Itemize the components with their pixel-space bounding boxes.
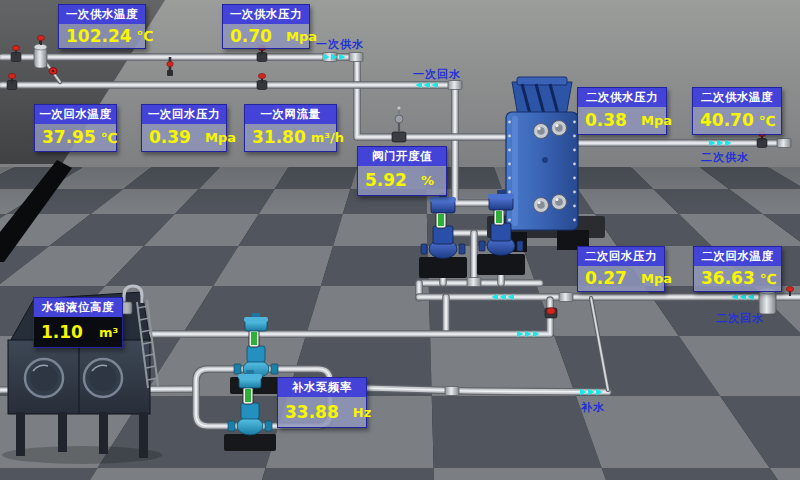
pipe-label-primary-supply: 一次供水 (316, 37, 364, 52)
value-number: 40.70 (700, 112, 754, 129)
value-unit: Mpa (205, 131, 236, 144)
value-number: 0.39 (149, 129, 191, 146)
primary-network-flow-panel: 一次网流量31.80m³/h (244, 104, 337, 152)
primary-supply-temp-panel: 一次供水温度102.24℃ (58, 4, 146, 49)
value-unit: ℃ (759, 114, 776, 128)
panel-value: 0.27Mpa (578, 266, 664, 291)
pipe-label-secondary-return: 二次回水 (716, 311, 764, 326)
value-unit: ℃ (760, 272, 777, 286)
value-number: 33.88 (285, 404, 339, 421)
value-number: 0.70 (230, 28, 272, 45)
panel-value: 33.88Hz (278, 397, 366, 427)
value-unit: % (421, 174, 434, 187)
panel-value: 31.80m³/h (245, 124, 336, 151)
panel-title: 一次供水压力 (223, 5, 309, 24)
panel-value: 36.63℃ (694, 266, 781, 291)
value-number: 102.24 (66, 28, 132, 45)
data-panels-overlay: 一次供水温度102.24℃一次供水压力0.70Mpa一次回水温度37.95℃一次… (0, 0, 800, 480)
value-unit: ℃ (137, 29, 154, 43)
value-number: 1.10 (41, 324, 83, 341)
panel-title: 阀门开度值 (358, 147, 446, 166)
panel-title: 一次回水压力 (142, 105, 226, 124)
value-number: 0.38 (585, 112, 627, 129)
hmi-heat-exchange-station: 一次供水温度102.24℃一次供水压力0.70Mpa一次回水温度37.95℃一次… (0, 0, 800, 480)
panel-title: 一次供水温度 (59, 5, 145, 24)
secondary-return-temp-panel: 二次回水温度36.63℃ (693, 246, 782, 292)
panel-title: 二次供水温度 (693, 88, 781, 107)
panel-value: 5.92% (358, 166, 446, 195)
panel-title: 二次回水压力 (578, 247, 664, 266)
value-number: 37.95 (42, 129, 96, 146)
value-number: 36.63 (701, 270, 755, 287)
panel-value: 40.70℃ (693, 107, 781, 134)
value-unit: m³/h (311, 131, 344, 144)
panel-title: 二次回水温度 (694, 247, 781, 266)
panel-value: 102.24℃ (59, 24, 145, 48)
panel-value: 0.38Mpa (578, 107, 666, 134)
panel-title: 一次网流量 (245, 105, 336, 124)
value-unit: Hz (353, 406, 371, 419)
pipe-label-makeup-water: 补水 (581, 400, 605, 415)
value-unit: Mpa (286, 30, 317, 43)
primary-return-pressure-panel: 一次回水压力0.39Mpa (141, 104, 227, 152)
tank-level-panel: 水箱液位高度1.10m³ (33, 297, 123, 348)
value-unit: m³ (99, 326, 118, 339)
pipe-label-secondary-supply: 二次供水 (701, 150, 749, 165)
makeup-pump-freq-panel: 补水泵频率33.88Hz (277, 377, 367, 428)
value-unit: Mpa (641, 272, 672, 285)
value-number: 0.27 (585, 270, 627, 287)
value-number: 31.80 (252, 129, 306, 146)
pipe-label-primary-return: 一次回水 (413, 67, 461, 82)
panel-title: 二次供水压力 (578, 88, 666, 107)
valve-opening-panel: 阀门开度值5.92% (357, 146, 447, 196)
panel-value: 0.70Mpa (223, 24, 309, 48)
secondary-supply-pressure-panel: 二次供水压力0.38Mpa (577, 87, 667, 135)
primary-supply-pressure-panel: 一次供水压力0.70Mpa (222, 4, 310, 49)
primary-return-temp-panel: 一次回水温度37.95℃ (34, 104, 117, 152)
value-unit: ℃ (101, 131, 118, 145)
secondary-return-pressure-panel: 二次回水压力0.27Mpa (577, 246, 665, 292)
panel-title: 补水泵频率 (278, 378, 366, 397)
panel-value: 0.39Mpa (142, 124, 226, 151)
panel-value: 1.10m³ (34, 317, 122, 347)
value-number: 5.92 (365, 172, 407, 189)
panel-value: 37.95℃ (35, 124, 116, 151)
secondary-supply-temp-panel: 二次供水温度40.70℃ (692, 87, 782, 135)
value-unit: Mpa (641, 114, 672, 127)
panel-title: 一次回水温度 (35, 105, 116, 124)
panel-title: 水箱液位高度 (34, 298, 122, 317)
